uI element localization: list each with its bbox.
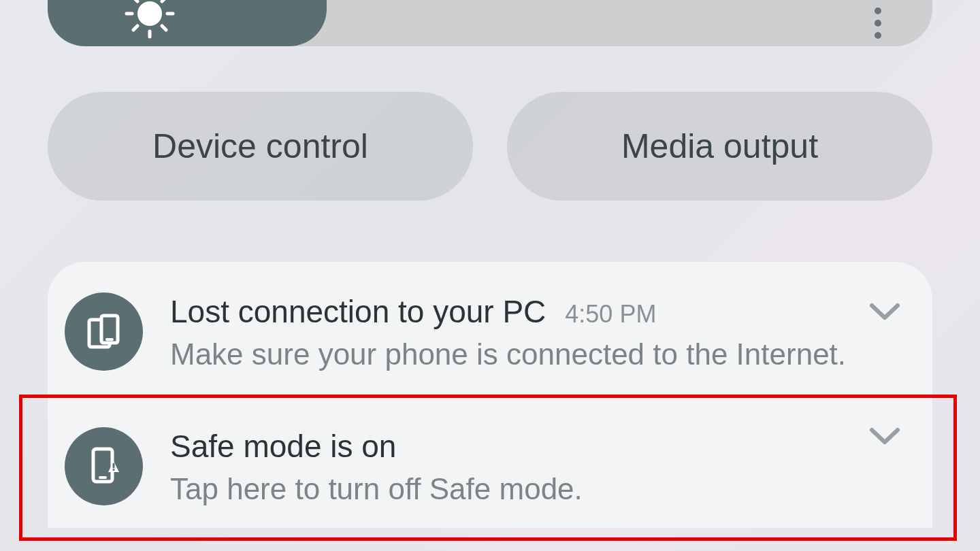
svg-point-15 [112,468,114,470]
quick-settings-panel: Device control Media output Lost connect… [0,0,980,551]
notification-body: Lost connection to your PC 4:50 PM Make … [170,289,905,373]
notification-time: 4:50 PM [565,300,656,329]
chevron-down-icon[interactable] [868,426,902,448]
brightness-icon [122,0,177,41]
notification-title: Safe mode is on [170,428,396,465]
more-options-icon[interactable] [864,0,892,46]
notification-panel: Lost connection to your PC 4:50 PM Make … [48,262,932,528]
svg-line-5 [133,0,137,1]
device-control-button[interactable]: Device control [48,92,473,201]
device-control-label: Device control [152,127,368,166]
notification-item[interactable]: Lost connection to your PC 4:50 PM Make … [48,269,932,393]
svg-line-7 [133,26,137,30]
phone-link-icon [65,293,143,371]
brightness-slider[interactable] [48,0,932,46]
quick-panel-row: Device control Media output [48,92,932,201]
safe-mode-icon [65,427,143,505]
notification-body: Safe mode is on Tap here to turn off Saf… [170,424,905,507]
chevron-down-icon[interactable] [868,301,902,323]
notification-description: Make sure your phone is connected to the… [170,335,905,373]
svg-line-8 [162,0,166,1]
brightness-fill [48,0,327,46]
media-output-button[interactable]: Media output [507,92,932,201]
media-output-label: Media output [621,127,818,166]
notification-description: Tap here to turn off Safe mode. [170,470,905,507]
notification-item[interactable]: Safe mode is on Tap here to turn off Saf… [48,393,932,528]
notification-title: Lost connection to your PC [170,293,546,330]
svg-point-0 [137,1,162,26]
svg-line-6 [162,26,166,30]
